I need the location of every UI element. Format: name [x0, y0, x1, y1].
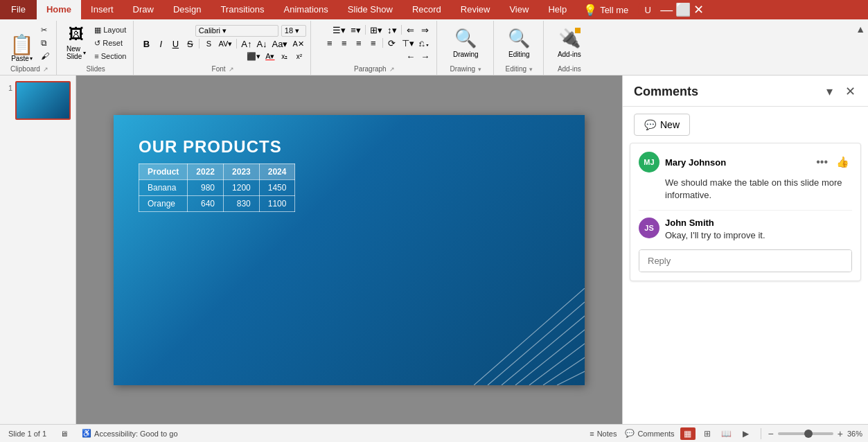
notes-button[interactable]: ≡ Notes: [587, 428, 619, 439]
zoom-slider[interactable]: [778, 432, 833, 435]
column-button[interactable]: ⊞▾: [368, 24, 384, 36]
group-drawing: 🔍 Drawing Drawing ▾: [439, 21, 494, 75]
comments-status-label: Comments: [637, 430, 674, 438]
change-case-button[interactable]: Aa▾: [270, 38, 290, 50]
comments-list: MJ Mary Johnson ••• 👍 We should make the…: [623, 143, 868, 424]
tab-help[interactable]: Help: [538, 0, 576, 19]
tab-file[interactable]: File: [0, 0, 37, 19]
zoom-label: 36%: [847, 430, 862, 438]
reset-icon: ↺: [94, 39, 100, 48]
editing-expand-icon[interactable]: ▾: [529, 66, 533, 73]
user-avatar[interactable]: U: [638, 0, 657, 19]
line-spacing-button[interactable]: ↕▾: [385, 24, 399, 36]
align-center-button[interactable]: ≡: [337, 37, 351, 49]
shadow-button[interactable]: S: [202, 39, 215, 48]
slide-table: Product 2022 2023 2024 Banana 980 1200 1…: [139, 163, 295, 212]
status-view-button[interactable]: 🖥: [57, 428, 71, 439]
layout-button[interactable]: ▦ Layout: [91, 24, 129, 36]
tab-review[interactable]: Review: [451, 0, 500, 19]
justify-button[interactable]: ≡: [366, 37, 380, 49]
tab-insert[interactable]: Insert: [81, 0, 123, 19]
clear-format-button[interactable]: A✕: [290, 39, 305, 49]
comment-menu-button[interactable]: •••: [813, 154, 831, 170]
ribbon-body: 📋 Paste ▾ ✂ ⧉ 🖌: [0, 19, 868, 76]
font-expand-icon[interactable]: ↗: [229, 66, 234, 73]
slide-thumbnail-1[interactable]: [15, 81, 71, 120]
ltr-button[interactable]: ⇒: [418, 24, 432, 36]
tell-me-input[interactable]: 💡 Tell me: [576, 0, 635, 19]
tab-animations[interactable]: Animations: [274, 0, 338, 19]
strikethrough-button[interactable]: S: [183, 38, 197, 50]
editing-find-button[interactable]: 🔍: [508, 28, 530, 49]
text-align-v-button[interactable]: ⊤▾: [400, 37, 416, 49]
notes-icon: ≡: [590, 430, 594, 438]
smart-art-button[interactable]: ⎌▾: [417, 37, 432, 49]
diagonal-lines-decoration: [474, 288, 585, 385]
zoom-in-button[interactable]: +: [838, 428, 843, 439]
text-dir-button[interactable]: ⟳: [385, 37, 399, 49]
comment-like-button[interactable]: 👍: [833, 154, 852, 170]
slide-canvas[interactable]: OUR PRODUCTS Product 2022 2023 2024 Bana…: [114, 115, 585, 385]
comments-collapse-icon[interactable]: ▾: [822, 82, 837, 100]
underline-button[interactable]: U: [168, 38, 182, 50]
indent-inc-button[interactable]: →: [418, 51, 432, 62]
highlight-button[interactable]: ⬛▾: [245, 51, 263, 62]
reply-input[interactable]: [639, 250, 851, 272]
section-icon: ≡: [94, 52, 98, 60]
font-size-dropdown[interactable]: 18 ▾: [281, 25, 306, 37]
drawing-expand-icon[interactable]: ▾: [478, 66, 481, 73]
clipboard-expand-icon[interactable]: ↗: [43, 66, 48, 73]
tab-transitions[interactable]: Transitions: [211, 0, 274, 19]
accessibility-status[interactable]: ♿ Accessibility: Good to go: [79, 427, 180, 439]
reset-button[interactable]: ↺ Reset: [91, 37, 129, 49]
tab-record[interactable]: Record: [402, 0, 451, 19]
font-color-button[interactable]: A▾: [263, 51, 277, 62]
subscript-button[interactable]: x₂: [278, 52, 292, 61]
minimize-icon[interactable]: —: [660, 3, 673, 17]
font-size-dec-button[interactable]: A↓: [254, 38, 269, 50]
char-spacing-button[interactable]: AV▾: [216, 39, 234, 49]
comments-toggle-button[interactable]: 💬 Comments: [622, 427, 677, 439]
tab-slideshow[interactable]: Slide Show: [338, 0, 402, 19]
rtl-button[interactable]: ⇐: [404, 24, 418, 36]
tab-home[interactable]: Home: [37, 0, 81, 19]
reading-view-button[interactable]: 📖: [719, 427, 734, 440]
addins-button[interactable]: 🔌: [558, 28, 581, 49]
restore-icon[interactable]: ⬜: [675, 2, 691, 17]
section-button[interactable]: ≡ Section: [91, 51, 129, 62]
tab-design[interactable]: Design: [163, 0, 211, 19]
slide-sorter-button[interactable]: ⊞: [700, 427, 715, 440]
numbering-button[interactable]: ≡▾: [348, 24, 363, 36]
copy-button[interactable]: ⧉: [38, 37, 52, 49]
zoom-thumb[interactable]: [804, 430, 813, 438]
editing-group-label: Editing: [506, 65, 527, 73]
paragraph-expand-icon[interactable]: ↗: [389, 66, 395, 73]
new-slide-button[interactable]: 🖼 NewSlide ▾: [62, 22, 90, 64]
font-family-dropdown[interactable]: Calibri ▾: [195, 25, 278, 37]
cut-button[interactable]: ✂: [38, 24, 52, 36]
align-left-button[interactable]: ≡: [323, 37, 337, 49]
drawing-search-button[interactable]: 🔍: [454, 28, 477, 49]
close-window-icon[interactable]: ✕: [693, 2, 704, 17]
comments-close-icon[interactable]: ✕: [841, 82, 860, 100]
cell-orange-2023: 830: [224, 195, 260, 211]
tab-view[interactable]: View: [499, 0, 538, 19]
group-slides: 🖼 NewSlide ▾ ▦ Layout ↺ Reset ≡ Section …: [58, 21, 134, 75]
tab-draw[interactable]: Draw: [123, 0, 163, 19]
indent-dec-button[interactable]: ←: [404, 51, 418, 62]
format-painter-button[interactable]: 🖌: [38, 51, 52, 62]
slide-canvas-area[interactable]: OUR PRODUCTS Product 2022 2023 2024 Bana…: [76, 76, 622, 424]
slideshow-button[interactable]: ▶: [738, 427, 754, 440]
new-comment-button[interactable]: 💬 New: [634, 114, 690, 136]
paste-button[interactable]: 📋 Paste ▾: [7, 22, 37, 64]
superscript-button[interactable]: x²: [292, 52, 306, 61]
italic-button[interactable]: I: [154, 38, 168, 50]
align-right-button[interactable]: ≡: [352, 37, 366, 49]
bullets-button[interactable]: ☰▾: [330, 24, 348, 36]
bold-button[interactable]: B: [139, 38, 153, 50]
normal-view-button[interactable]: ▦: [680, 427, 696, 440]
paste-section: 📋 Paste ▾ ✂ ⧉ 🖌: [7, 22, 52, 64]
zoom-out-button[interactable]: −: [768, 428, 774, 439]
font-size-inc-button[interactable]: A↑: [239, 38, 254, 50]
collapse-ribbon-button[interactable]: ▲: [856, 21, 865, 75]
